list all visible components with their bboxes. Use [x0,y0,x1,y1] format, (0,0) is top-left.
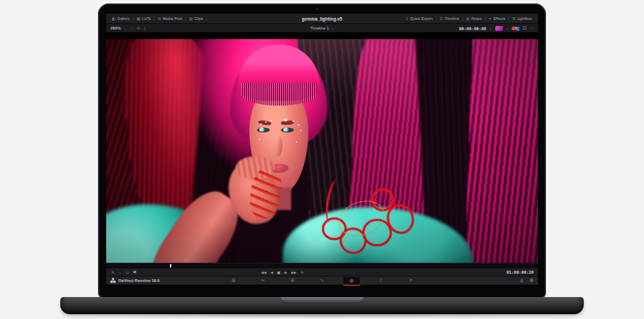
photo-eye [257,128,270,132]
photo-fur-pink-right [465,39,538,263]
photo-fur-magenta-burst [193,39,322,169]
photo-brow [280,120,293,125]
viewer-header-right: 00:00:00:00 ⌄ ⌄ ⊡ ⋯ [459,25,534,31]
timeline-selector[interactable]: Timeline 1 ⌄ [310,26,334,30]
photo-fringe [241,83,317,106]
compare-icon[interactable]: ▭ [125,270,129,274]
viewer [106,33,538,268]
photo-fur-charcoal [296,39,386,263]
gallery-button[interactable]: ◧ Gallery [109,14,133,23]
stop-button[interactable]: ■ [277,270,281,274]
gallery-icon: ◧ [112,16,116,21]
loop-button[interactable]: ⟳ [301,270,304,274]
clips-label: Clips [195,16,203,21]
photo-brow [258,119,271,125]
photo-chain-link [362,219,392,246]
effects-label: Effects [493,16,505,21]
settings-gear-icon[interactable]: ⚙ [530,278,534,283]
top-toolbar: ◧ Gallery ▦ LUTs ⊟ Media Pool [106,14,538,24]
lid-notch [280,297,364,303]
tab-fairlight[interactable]: ♪ [373,277,390,285]
laptop-base [60,297,584,314]
photo-fingers [236,156,275,179]
record-timecode: 01:00:00:20 [506,270,534,274]
photo-fur-crimson [116,39,239,254]
source-timecode-field[interactable]: 00:00:00:00 [459,26,486,31]
skip-to-start-button[interactable]: ◀◀ [261,270,267,274]
photo-head [236,41,322,206]
photo-fur-dark-band [414,39,484,263]
viewer-option-icon[interactable]: ⊞ [137,26,140,30]
media-pool-icon: ⊟ [158,16,161,21]
luts-button[interactable]: ▦ LUTs [134,14,154,23]
effects-button[interactable]: ∗ Effects [486,14,509,23]
home-icon[interactable]: ⌂ [520,278,523,283]
tab-color[interactable]: ◎ [343,277,360,285]
chevron-down-icon: ⌄ [489,26,492,30]
play-reverse-button[interactable]: ◀ [271,270,273,274]
photo-hair-back [230,48,327,147]
speaker-icon[interactable] [133,270,138,274]
clips-button[interactable]: ▥ Clips ⌄ [186,14,210,23]
notes-label: Notes [471,16,482,21]
viewer-scrubber[interactable] [106,263,538,268]
timeline-name: Timeline 1 [310,26,329,30]
viewer-zoom-group: 289% ⌄ ▱ ⊞ ▯ [110,26,145,30]
photo-face [249,84,308,193]
quick-export-button[interactable]: ↥ Quick Export [402,14,436,23]
page-tabs: ⊞ ✂ ≣ ∿ ◎ ♪ ↗ [225,277,419,285]
photo-fur-dark-red [106,39,179,235]
davinci-resolve-logo-icon [110,278,116,283]
media-pool-button[interactable]: ⊟ Media Pool [155,14,186,23]
viewer-option-icon[interactable]: ▱ [131,26,134,30]
play-button[interactable]: ▶ [284,270,287,274]
zoom-level-select[interactable]: 289% [110,26,121,30]
tab-edit[interactable]: ≣ [284,277,301,285]
notes-button[interactable]: ▤ Notes [463,14,485,23]
toolbar-left-group: ◧ Gallery ▦ LUTs ⊟ Media Pool [109,14,211,23]
app-name: DaVinci Resolve 18.6 [119,279,160,283]
skip-to-end-button[interactable]: ▶▶ [291,270,297,274]
page-bar-right: ⌂ ⚙ [520,278,534,283]
chevron-down-icon: ⌄ [205,16,208,21]
lightbox-button[interactable]: ⊞ Lightbox [509,14,535,23]
photo-teal-fur-left [106,204,223,263]
lightbox-label: Lightbox [517,16,532,21]
lightbox-icon: ⊞ [512,16,516,21]
davinci-resolve-window: ◧ Gallery ▦ LUTs ⊟ Media Pool [106,14,538,286]
photo-red-nails [247,167,284,220]
photo-chain-link [322,217,347,240]
photo-gold-wire [334,195,389,242]
project-title: gemma_lighting.v5 [302,16,343,21]
color-wheels-icon[interactable] [512,26,519,31]
timeline-label: Timeline [445,16,459,21]
photo-chain-link [384,200,417,237]
tab-fusion[interactable]: ∿ [314,277,331,285]
gallery-label: Gallery [117,16,129,21]
transport-tools: ✎ ⌄ ▭ [112,270,138,274]
quick-export-label: Quick Export [410,16,433,21]
expand-viewer-icon[interactable]: ⊡ [523,25,527,31]
tab-cut[interactable]: ✂ [255,277,272,285]
photo-lips [269,164,288,173]
photo-fur-hot-pink [345,39,441,263]
video-preview-icon[interactable] [495,26,503,31]
timeline-icon: ☰ [439,16,443,21]
photo-hand [223,158,283,229]
viewer-option-icon[interactable]: ▯ [143,26,145,30]
photo-teal-garment [283,207,473,263]
quick-export-icon: ↥ [406,16,409,21]
photo-red-chain [322,182,434,259]
luts-label: LUTs [142,16,151,21]
photo-nose [273,134,282,156]
photo-fur-black-band [186,39,254,263]
transport-bar: ✎ ⌄ ▭ ◀◀ ◀ ■ ▶ ▶▶ ⟳ 01:00:00:20 [106,268,538,276]
timeline-button[interactable]: ☰ Timeline [436,14,462,23]
photo-neck [265,187,291,211]
tab-media[interactable]: ⊞ [225,277,243,285]
more-options-icon[interactable]: ⋯ [530,25,534,31]
clips-icon: ▥ [189,16,193,21]
webcam-icon [316,8,318,10]
tool-mode-icon[interactable]: ✎ [112,270,114,274]
tab-deliver[interactable]: ↗ [402,277,419,285]
